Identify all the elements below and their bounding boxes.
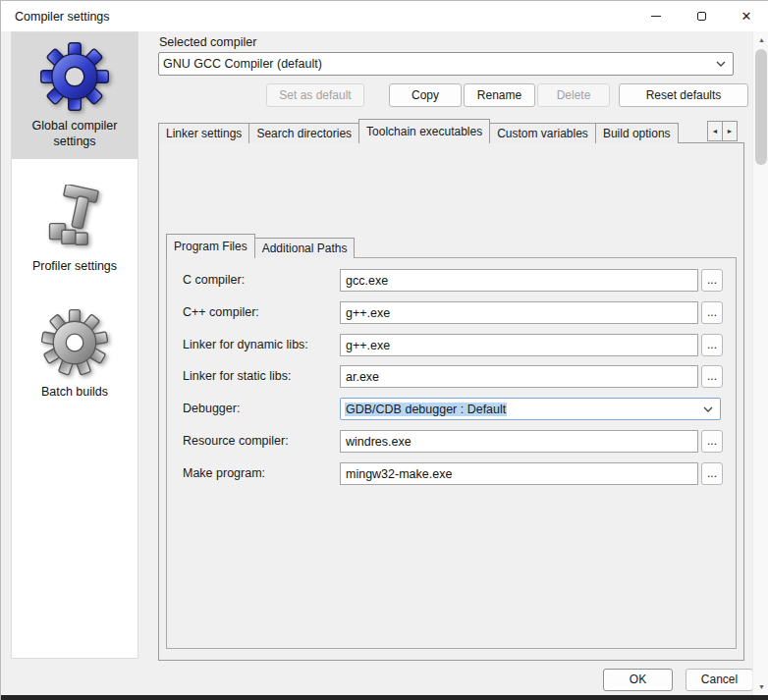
sidebar-item-label: Batch builds [16,385,134,401]
set-as-default-button: Set as default [266,83,364,107]
copy-button[interactable]: Copy [389,83,462,107]
subtab-program-files[interactable]: Program Files [166,234,255,258]
selected-compiler-value: GNU GCC Compiler (default) [163,57,713,71]
chevron-down-icon [713,60,729,68]
delete-button: Delete [537,83,610,107]
form-row-cpp-compiler: C++ compiler: ... [183,301,723,324]
tab-scroll-left-button[interactable]: ◄ [707,121,723,141]
browse-button[interactable]: ... [701,269,723,292]
blue-gear-icon [40,42,109,111]
tab-search-directories[interactable]: Search directories [248,123,359,143]
chevron-down-icon [700,405,716,413]
tab-scroll-arrows: ◄ ► [707,121,737,141]
field-label: C++ compiler: [183,305,259,319]
browse-button[interactable]: ... [701,365,723,388]
scrollbar-thumb[interactable] [755,49,767,165]
browse-button[interactable]: ... [701,462,723,485]
sidebar-item-profiler-settings[interactable]: Profiler settings [12,173,137,285]
form-row-resource-compiler: Resource compiler: ... [183,430,723,453]
field-label: C compiler: [183,273,245,287]
minimize-button[interactable] [633,1,679,31]
form-row-debugger: Debugger: GDB/CDB debugger : Default [183,398,723,420]
browse-button[interactable]: ... [701,301,723,324]
static-libs-linker-input[interactable] [340,365,698,388]
close-icon: ✕ [741,10,752,23]
close-button[interactable]: ✕ [724,1,768,31]
caption-buttons: ✕ [633,1,768,31]
compiler-settings-dialog: Compiler settings ✕ [0,0,768,700]
vertical-scrollbar[interactable]: ▲ ▼ [752,31,768,695]
cancel-button[interactable]: Cancel [686,669,753,691]
form-row-c-compiler: C compiler: ... [183,269,723,292]
maximize-icon [697,12,706,21]
debugger-selected-value: GDB/CDB debugger : Default [345,403,507,416]
reset-defaults-button[interactable]: Reset defaults [619,83,748,107]
subtab-additional-paths[interactable]: Additional Paths [254,238,356,258]
tab-build-options[interactable]: Build options [595,123,679,143]
desktop-edge [1,695,768,700]
scroll-up-button[interactable]: ▲ [753,31,768,48]
tab-toolchain-executables[interactable]: Toolchain executables [358,119,490,143]
c-compiler-input[interactable] [340,269,698,292]
field-label: Resource compiler: [183,434,289,448]
executables-subtabs: Program Files Additional Paths [166,235,354,258]
scroll-down-button[interactable]: ▼ [753,678,768,695]
field-label: Linker for static libs: [183,369,291,383]
ok-button[interactable]: OK [603,669,673,691]
resource-compiler-input[interactable] [340,430,698,453]
sidebar-item-label: Profiler settings [16,259,134,275]
sidebar-item-global-compiler-settings[interactable]: Global compiler settings [12,32,137,159]
sidebar-item-label: Global compiler settings [16,119,134,149]
window-title: Compiler settings [1,10,110,24]
selected-compiler-label: Selected compiler [159,35,256,49]
minimize-icon [651,16,661,17]
form-row-static-linker: Linker for static libs: ... [183,365,723,388]
tab-scroll-right-button[interactable]: ► [722,121,738,141]
dynamic-libs-linker-input[interactable] [340,334,698,356]
cpp-compiler-input[interactable] [340,301,698,324]
maximize-button[interactable] [679,1,724,31]
debugger-select[interactable]: GDB/CDB debugger : Default [340,398,721,420]
tab-custom-variables[interactable]: Custom variables [489,123,596,143]
field-label: Linker for dynamic libs: [183,338,308,351]
titlebar: Compiler settings ✕ [1,1,768,31]
compiler-tabs: Linker settings Search directories Toolc… [158,119,678,143]
selected-compiler-select[interactable]: GNU GCC Compiler (default) [158,52,734,76]
settings-category-sidebar: Global compiler settings [11,31,138,659]
profiler-tool-icon [42,185,107,249]
field-label: Debugger: [183,402,240,415]
tab-linker-settings[interactable]: Linker settings [158,123,249,143]
make-program-input[interactable] [340,462,698,485]
form-row-make-program: Make program: ... [183,462,723,485]
sidebar-item-batch-builds[interactable]: Batch builds [12,298,137,410]
gray-gear-icon [41,309,108,376]
browse-button[interactable]: ... [701,334,723,356]
field-label: Make program: [183,466,265,480]
rename-button[interactable]: Rename [464,83,535,107]
form-row-dynamic-linker: Linker for dynamic libs: ... [183,334,723,356]
browse-button[interactable]: ... [701,430,723,453]
